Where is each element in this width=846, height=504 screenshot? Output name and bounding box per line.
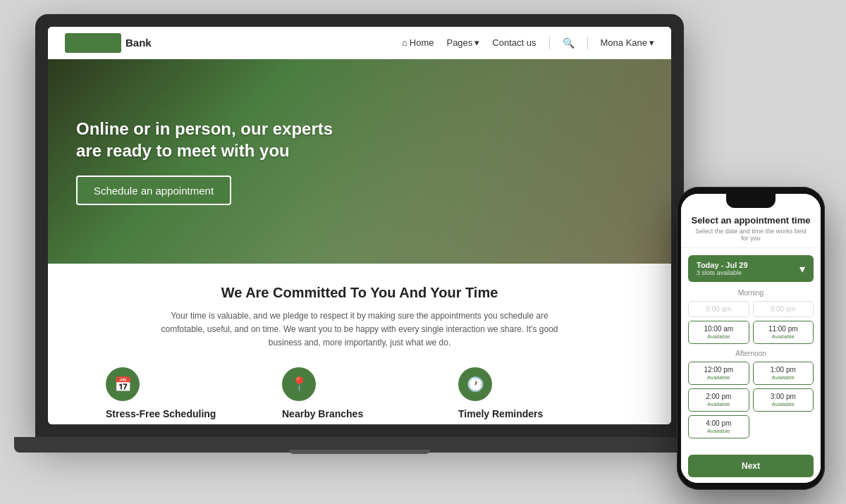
laptop: Bank ⌂ Home Pages ▾ Contact us (35, 14, 684, 465)
content-title: We Are Committed To You And Your Time (76, 285, 643, 301)
phone-title: Select an appointment time (691, 215, 811, 226)
morning-slots: 8:00 am 9:00 pm 10:00 am Available 11:00… (688, 301, 814, 344)
phone-content: Today - Jul 29 3 slots available ▾ Morni… (681, 248, 821, 449)
phone-body: Select an appointment time Select the da… (677, 187, 825, 490)
time-slot-8am[interactable]: 8:00 am (688, 301, 749, 317)
hero-section: Online or in person, our experts are rea… (48, 59, 671, 264)
phone-notch (726, 194, 776, 208)
feature-branches-title: Nearby Branches (282, 408, 437, 419)
logo-text: Bank (125, 37, 152, 49)
date-sublabel: 3 slots available (697, 269, 748, 276)
time-slot-2pm[interactable]: 2:00 pm Available (688, 388, 749, 412)
nav-divider (549, 37, 550, 49)
site-content: We Are Committed To You And Your Time Yo… (48, 264, 671, 424)
feature-scheduling-title: Stress-Free Scheduling (106, 408, 261, 419)
laptop-base (14, 437, 705, 453)
laptop-body: Bank ⌂ Home Pages ▾ Contact us (35, 14, 684, 437)
feature-branches-text: We make it easy to choose the location t… (282, 424, 437, 424)
afternoon-section-label: Afternoon (688, 350, 814, 357)
feature-reminders: 🕐 Timely Reminders Our automated confirm… (458, 367, 613, 424)
features-list: 📅 Stress-Free Scheduling Our online sche… (76, 367, 643, 424)
hero-overlay (298, 59, 671, 264)
date-chevron-icon: ▾ (799, 262, 805, 276)
date-selector[interactable]: Today - Jul 29 3 slots available ▾ (688, 255, 814, 282)
user-chevron-icon: ▾ (649, 37, 654, 48)
date-label: Today - Jul 29 (697, 261, 748, 269)
time-slot-4pm[interactable]: 4:00 pm Available (688, 415, 749, 438)
feature-reminders-text: Our automated confirmation and reminder … (458, 424, 613, 424)
phone-screen: Select an appointment time Select the da… (681, 194, 821, 483)
next-button[interactable]: Next (688, 455, 814, 477)
time-slot-10am[interactable]: 10:00 am Available (688, 321, 749, 344)
nav-contact[interactable]: Contact us (492, 37, 536, 48)
search-icon[interactable]: 🔍 (563, 37, 575, 49)
calendar-icon: 📅 (106, 367, 140, 401)
feature-scheduling-text: Our online scheduler makes it easy to ge… (106, 424, 261, 424)
scene: Bank ⌂ Home Pages ▾ Contact us (0, 0, 846, 504)
nav-pages[interactable]: Pages ▾ (446, 37, 479, 48)
site-nav: Bank ⌂ Home Pages ▾ Contact us (48, 27, 671, 59)
pin-icon: 📍 (282, 367, 316, 401)
logo-green-block (65, 33, 121, 53)
feature-scheduling: 📅 Stress-Free Scheduling Our online sche… (106, 367, 261, 424)
hero-title: Online or in person, our experts are rea… (76, 118, 344, 161)
phone-footer: Next (681, 449, 821, 483)
afternoon-slots: 12:00 pm Available 1:00 pm Available 2:0… (688, 362, 814, 438)
phone-subtitle: Select the date and time the works best … (691, 228, 811, 242)
time-slot-9pm[interactable]: 9:00 pm (753, 301, 814, 317)
schedule-appointment-button[interactable]: Schedule an appointment (76, 176, 231, 205)
site-logo: Bank (65, 33, 152, 53)
time-slot-11pm[interactable]: 11:00 pm Available (753, 321, 814, 344)
clock-icon: 🕐 (458, 367, 492, 401)
home-icon: ⌂ (402, 37, 407, 48)
nav-home[interactable]: ⌂ Home (402, 37, 434, 48)
nav-divider-2 (587, 37, 588, 49)
time-slot-1pm[interactable]: 1:00 pm Available (753, 362, 814, 385)
laptop-screen: Bank ⌂ Home Pages ▾ Contact us (48, 27, 671, 424)
time-slot-3pm[interactable]: 3:00 pm Available (753, 388, 814, 412)
nav-links: ⌂ Home Pages ▾ Contact us 🔍 Mona Kane (402, 37, 654, 49)
nav-user[interactable]: Mona Kane ▾ (601, 37, 655, 48)
time-slot-12pm[interactable]: 12:00 pm Available (688, 362, 749, 385)
content-body: Your time is valuable, and we pledge to … (155, 309, 564, 350)
feature-reminders-title: Timely Reminders (458, 408, 613, 419)
feature-branches: 📍 Nearby Branches We make it easy to cho… (282, 367, 437, 424)
phone: Select an appointment time Select the da… (677, 187, 825, 490)
chevron-icon: ▾ (474, 37, 479, 48)
morning-section-label: Morning (688, 289, 814, 297)
